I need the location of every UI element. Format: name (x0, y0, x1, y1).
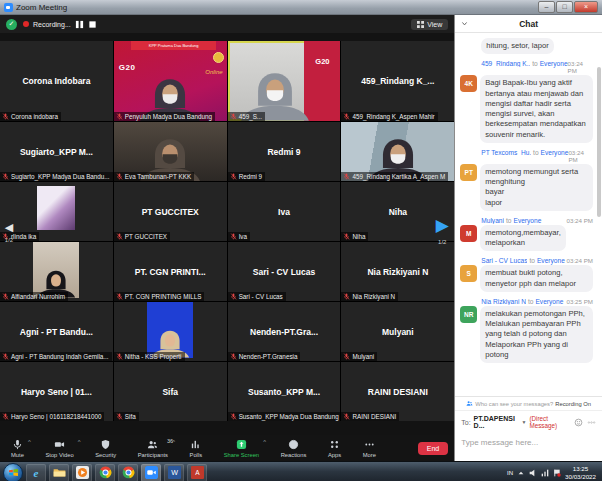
language-indicator[interactable]: IN (507, 470, 513, 476)
message-sender[interactable]: 459_Rindang K... (481, 60, 530, 67)
explorer-taskbar-icon[interactable] (49, 464, 69, 481)
muted-mic-icon (116, 233, 123, 240)
mute-button[interactable]: Mute^ (6, 439, 29, 458)
kpp-banner: KPP Pratama Dua Bandung (131, 41, 217, 50)
window-titlebar[interactable]: Zoom Meeting – □ × (0, 0, 602, 15)
participant-tile[interactable]: MulyaniMulyani (341, 302, 454, 361)
next-page-control[interactable]: ▶ 1/2 (432, 215, 452, 245)
message-sender[interactable]: PT Texcoms_Hu... (481, 149, 531, 156)
avatar: M (460, 225, 477, 242)
chrome2-taskbar-icon[interactable] (118, 464, 138, 481)
polls-button[interactable]: Polls (185, 439, 208, 458)
more-button[interactable]: More (358, 439, 381, 458)
reactions-button[interactable]: Reactions (276, 439, 312, 458)
message-recipient[interactable]: Everyone (537, 257, 565, 264)
more-options-icon[interactable] (587, 418, 596, 427)
participant-label: Nitha - KSS Properti (114, 352, 185, 361)
speaker-icon[interactable] (529, 469, 537, 477)
view-button[interactable]: View (411, 19, 448, 30)
close-button[interactable]: × (574, 1, 598, 13)
participant-tile[interactable]: Nia Rizkiyani NNia Rizkiyani N (341, 242, 454, 301)
emoji-icon[interactable] (574, 418, 583, 427)
message-recipient[interactable]: Everyone (535, 298, 563, 305)
message-recipient[interactable]: Everyone (541, 149, 569, 156)
chevron-up-icon[interactable]: ^ (28, 439, 31, 445)
participant-tile[interactable]: Nitha - KSS Properti (114, 302, 227, 361)
message-time: 03:24 PM (567, 217, 593, 224)
prev-page-arrow-icon[interactable]: ◀ (1, 221, 17, 234)
maximize-button[interactable]: □ (556, 1, 573, 13)
participant-tile[interactable]: Redmi 9Redmi 9 (228, 122, 341, 181)
participant-tile[interactable]: PT. CGN PRINTI...PT. CGN PRINTING MILLS (114, 242, 227, 301)
participant-tile[interactable]: Haryo Seno | 01...Haryo Seno | 016118218… (0, 362, 113, 421)
stop-video-button[interactable]: Stop Video^ (40, 439, 78, 458)
media-taskbar-icon[interactable] (72, 464, 92, 481)
message-recipient[interactable]: Everyone (540, 60, 568, 67)
participant-tile[interactable]: Alfiandari Nurrohim (0, 242, 113, 301)
pause-recording-button[interactable] (75, 20, 84, 29)
participant-tile[interactable]: Corona IndobaraCorona indobara (0, 41, 113, 121)
muted-mic-icon (230, 353, 237, 360)
online-script-text: Online (205, 69, 222, 75)
security-icon (100, 439, 111, 451)
ie-taskbar-icon[interactable]: e (26, 464, 46, 481)
g20-logo: G20 (119, 63, 136, 72)
chat-message-input[interactable] (455, 435, 597, 461)
encryption-shield-icon[interactable]: ✓ (6, 19, 17, 30)
action-center-flag-icon[interactable] (553, 469, 561, 477)
word-taskbar-icon[interactable]: W (164, 464, 184, 481)
security-button[interactable]: Security (90, 439, 121, 458)
meeting-toolbar: Mute^Stop Video^SecurityParticipants36^P… (0, 435, 454, 461)
mute-icon (12, 439, 23, 451)
show-hidden-icons-icon[interactable] (517, 469, 525, 477)
chevron-up-icon[interactable]: ^ (263, 439, 266, 445)
network-icon[interactable] (541, 469, 549, 477)
participant-tile[interactable]: Sari - CV LucasSari - CV Lucas (228, 242, 341, 301)
participant-tile[interactable]: 459_Rindang K_...459_Rindang K_Aspen Mah… (341, 41, 454, 121)
participant-tile[interactable]: IvaIva (228, 182, 341, 241)
start-button[interactable] (3, 463, 23, 481)
share-screen-button[interactable]: Share Screen^ (219, 439, 264, 458)
acrobat-taskbar-icon[interactable]: A (187, 464, 207, 481)
window-title: Zoom Meeting (16, 3, 67, 12)
participant-tile[interactable]: 459_Rindang Kartika A_Aspen M (341, 122, 454, 181)
stop-recording-button[interactable] (88, 20, 97, 29)
system-tray[interactable]: IN 13:25 30/03/2022 (507, 465, 599, 480)
chat-scrollbar[interactable] (597, 67, 601, 217)
chevron-up-icon[interactable]: ^ (78, 439, 81, 445)
participant-tile[interactable]: Nenden-PT.Gra...Nenden-PT.Granesia (228, 302, 341, 361)
next-page-arrow-icon[interactable]: ▶ (432, 215, 452, 236)
taskbar-clock[interactable]: 13:25 30/03/2022 (565, 465, 599, 480)
chevron-up-icon[interactable]: ^ (172, 439, 175, 445)
participant-tile[interactable]: G20459_S... (228, 41, 341, 121)
chevron-down-icon[interactable] (461, 20, 468, 27)
privacy-notice[interactable]: Who can see your messages? Recording On (455, 397, 602, 411)
participant-tile[interactable]: Agni - PT Bandu...Agni - PT Bandung Inda… (0, 302, 113, 361)
message-sender[interactable]: Sari - CV Lucas (481, 257, 527, 264)
participant-tile[interactable]: SifaSifa (114, 362, 227, 421)
participant-label: Sugiarto_KPP Madya Dua Bandu... (0, 172, 113, 181)
participant-tile[interactable]: PT GUCCITEXPT GUCCITEX (114, 182, 227, 241)
participants-button[interactable]: Participants36^ (133, 439, 173, 458)
message-sender[interactable]: Nia Rizkiyani N (481, 298, 526, 305)
zoomapp-taskbar-icon[interactable] (141, 464, 161, 481)
apps-button[interactable]: Apps (323, 439, 346, 458)
clock-date: 30/03/2022 (565, 473, 596, 480)
previous-page-control[interactable]: ◀ 1/2 (1, 221, 17, 243)
message-recipient[interactable]: Everyone (513, 217, 541, 224)
polls-icon (190, 439, 201, 451)
end-meeting-button[interactable]: End (418, 442, 448, 455)
chat-message-list[interactable]: hitung, setor, lapor459_Rindang K...toEv… (455, 33, 602, 396)
minimize-button[interactable]: – (538, 1, 555, 13)
chrome-taskbar-icon[interactable] (95, 464, 115, 481)
participant-tile[interactable]: KPP Pratama Dua BandungG20OnlinePenyuluh… (114, 41, 227, 121)
muted-mic-icon (116, 293, 123, 300)
participant-name: Susanto_KPP M... (230, 387, 339, 397)
participant-tile[interactable]: RAINI DESIANIRAINI DESIANI (341, 362, 454, 421)
message-sender[interactable]: Mulyani (481, 217, 504, 224)
participant-name: PT GUCCITEX (116, 207, 225, 217)
participant-tile[interactable]: Susanto_KPP M...Susanto_KPP Madya Dua Ba… (228, 362, 341, 421)
participant-tile[interactable]: Eva Tambunan-PT KKK (114, 122, 227, 181)
participant-tile[interactable]: Sugiarto_KPP M...Sugiarto_KPP Madya Dua … (0, 122, 113, 181)
recipient-selector[interactable]: PT.DAPENSI D... ▼ (474, 415, 527, 429)
